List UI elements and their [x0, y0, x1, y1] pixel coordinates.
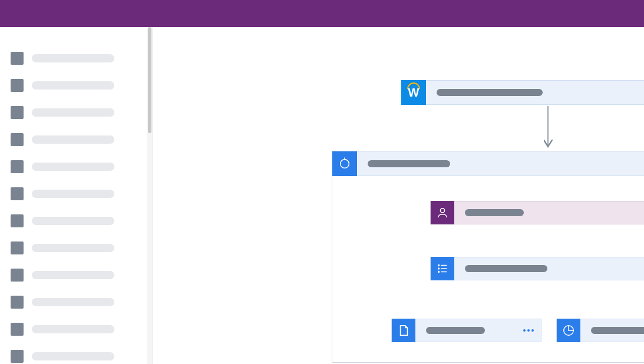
trigger-label	[437, 89, 543, 96]
more-button[interactable]	[523, 329, 534, 332]
sidebar-item-icon	[11, 52, 24, 65]
top-bar	[0, 0, 644, 27]
person-label	[465, 209, 524, 216]
pie-chart-icon	[557, 319, 580, 342]
sidebar-item-icon	[11, 187, 24, 200]
sidebar-item[interactable]	[0, 289, 153, 316]
loop-header[interactable]	[332, 151, 644, 176]
sidebar-item-icon	[11, 214, 24, 227]
sidebar-item-label	[32, 352, 114, 360]
sidebar-item-label	[32, 298, 114, 306]
sidebar-item-label	[32, 54, 114, 62]
workday-icon: W	[401, 80, 426, 105]
svg-point-6	[341, 159, 349, 168]
scrollbar-thumb[interactable]	[148, 27, 151, 133]
sidebar-item-icon	[11, 106, 24, 119]
person-node[interactable]	[430, 201, 644, 224]
list-node[interactable]	[430, 257, 644, 280]
sidebar-item-label	[32, 217, 114, 225]
list-label	[465, 265, 547, 272]
document-icon	[392, 319, 415, 342]
sidebar-item[interactable]	[0, 207, 153, 234]
sidebar-item[interactable]	[0, 45, 153, 72]
sidebar-item[interactable]	[0, 262, 153, 289]
sidebar-item[interactable]	[0, 180, 153, 207]
document-node[interactable]	[391, 319, 541, 342]
sidebar-item-icon	[11, 133, 24, 146]
person-icon	[431, 201, 454, 224]
sidebar-item[interactable]	[0, 234, 153, 262]
svg-point-8	[438, 265, 440, 266]
list-icon	[431, 257, 454, 280]
sidebar-item-icon	[11, 350, 24, 363]
sidebar-item-icon	[11, 160, 24, 173]
sidebar-item-icon	[11, 269, 24, 282]
sidebar-item[interactable]	[0, 126, 153, 153]
sidebar-item-icon	[11, 323, 24, 336]
sidebar-item-icon	[11, 79, 24, 92]
sidebar-item-label	[32, 244, 114, 252]
sidebar-item-label	[32, 163, 114, 171]
svg-point-10	[438, 268, 440, 269]
trigger-node[interactable]: W	[401, 80, 644, 105]
document-label	[426, 327, 485, 334]
sidebar-item-icon	[11, 296, 24, 309]
sidebar-scrollbar[interactable]	[147, 27, 153, 364]
sidebar-item[interactable]	[0, 99, 153, 126]
sidebar-item-label	[32, 271, 114, 279]
loop-label	[368, 160, 450, 167]
sidebar-item[interactable]	[0, 153, 153, 180]
sidebar-list	[0, 27, 153, 364]
sidebar-item[interactable]	[0, 316, 153, 343]
body: W	[0, 27, 644, 364]
svg-point-7	[440, 209, 444, 213]
sidebar-item-label	[32, 325, 114, 333]
sidebar-item-label	[32, 108, 114, 117]
sidebar-item-icon	[11, 241, 24, 254]
sidebar-item[interactable]	[0, 72, 153, 99]
sidebar-item-label	[32, 81, 114, 90]
sidebar-item-label	[32, 135, 114, 144]
chart-label	[591, 327, 644, 334]
refresh-icon	[332, 151, 357, 176]
chart-node[interactable]	[556, 319, 644, 342]
flow-canvas[interactable]: W	[153, 27, 644, 364]
svg-point-12	[438, 272, 440, 273]
sidebar-item-label	[32, 190, 114, 198]
sidebar-item[interactable]	[0, 343, 153, 364]
sidebar	[0, 27, 153, 364]
